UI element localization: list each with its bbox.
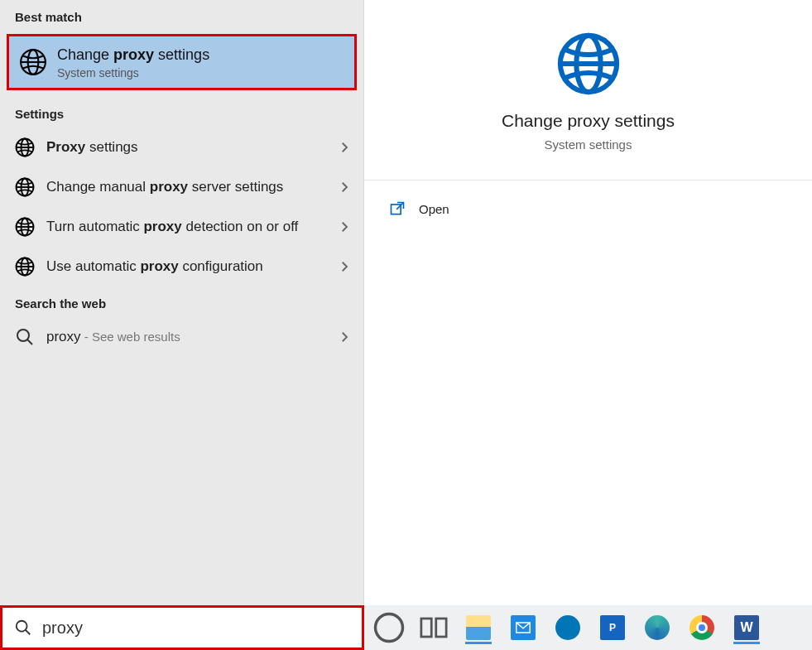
globe-icon bbox=[19, 48, 47, 76]
taskbar-microsoft-edge[interactable] bbox=[639, 611, 675, 644]
best-match-title: Change proxy settings bbox=[57, 45, 209, 65]
settings-item[interactable]: Change manual proxy server settings bbox=[0, 167, 363, 207]
svg-point-15 bbox=[17, 330, 29, 341]
chevron-right-icon bbox=[337, 330, 352, 344]
preview-subtitle: System settings bbox=[545, 137, 632, 152]
web-search-item[interactable]: proxy - See web results bbox=[0, 317, 363, 357]
globe-icon bbox=[15, 177, 35, 197]
svg-rect-25 bbox=[421, 619, 431, 637]
settings-item-label: Change manual proxy server settings bbox=[46, 178, 337, 197]
best-match-item[interactable]: Change proxy settings System settings bbox=[7, 34, 357, 90]
section-header-web: Search the web bbox=[0, 286, 363, 317]
taskbar-google-chrome[interactable] bbox=[684, 611, 720, 644]
best-match-subtitle: System settings bbox=[57, 66, 209, 79]
taskbar: PW bbox=[364, 605, 812, 650]
globe-icon bbox=[15, 137, 35, 157]
section-header-settings: Settings bbox=[0, 97, 363, 128]
taskbar-task-view[interactable] bbox=[416, 611, 452, 644]
globe-icon bbox=[15, 217, 35, 237]
chevron-right-icon bbox=[337, 259, 352, 274]
svg-line-23 bbox=[26, 630, 31, 635]
settings-list: Proxy settingsChange manual proxy server… bbox=[0, 128, 363, 286]
taskbar-powerpoint[interactable]: P bbox=[594, 611, 631, 644]
settings-item[interactable]: Proxy settings bbox=[0, 128, 363, 167]
search-icon bbox=[15, 327, 35, 347]
search-results-pane: Best match Change proxy settings System … bbox=[0, 0, 364, 605]
search-box[interactable] bbox=[0, 605, 364, 650]
settings-item-label: Turn automatic proxy detection on or off bbox=[46, 218, 337, 237]
globe-icon bbox=[556, 31, 621, 96]
chevron-right-icon bbox=[337, 180, 352, 195]
settings-item-label: Proxy settings bbox=[46, 138, 337, 157]
taskbar-file-explorer[interactable] bbox=[460, 611, 497, 644]
web-search-label: proxy - See web results bbox=[46, 328, 337, 347]
preview-title: Change proxy settings bbox=[502, 111, 675, 131]
open-button[interactable]: Open bbox=[364, 181, 812, 237]
search-input[interactable] bbox=[42, 608, 362, 648]
taskbar-cortana[interactable] bbox=[371, 611, 407, 644]
settings-item[interactable]: Turn automatic proxy detection on or off bbox=[0, 207, 363, 247]
globe-icon bbox=[15, 257, 35, 277]
preview-pane: Change proxy settings System settings Op… bbox=[364, 0, 812, 605]
preview-card: Change proxy settings System settings bbox=[364, 0, 812, 181]
svg-point-22 bbox=[17, 621, 27, 632]
open-icon bbox=[389, 200, 406, 217]
settings-item[interactable]: Use automatic proxy configuration bbox=[0, 247, 363, 286]
taskbar-dell[interactable] bbox=[550, 611, 586, 644]
svg-line-16 bbox=[27, 339, 32, 344]
taskbar-mail[interactable] bbox=[505, 611, 541, 644]
svg-point-24 bbox=[376, 614, 403, 642]
settings-item-label: Use automatic proxy configuration bbox=[46, 258, 337, 277]
chevron-right-icon bbox=[337, 140, 352, 155]
search-icon bbox=[14, 619, 32, 637]
section-header-best-match: Best match bbox=[0, 0, 363, 31]
taskbar-microsoft-word[interactable]: W bbox=[728, 611, 765, 644]
svg-rect-26 bbox=[436, 619, 446, 637]
svg-line-21 bbox=[396, 203, 403, 209]
chevron-right-icon bbox=[337, 219, 352, 234]
open-label: Open bbox=[419, 202, 449, 216]
